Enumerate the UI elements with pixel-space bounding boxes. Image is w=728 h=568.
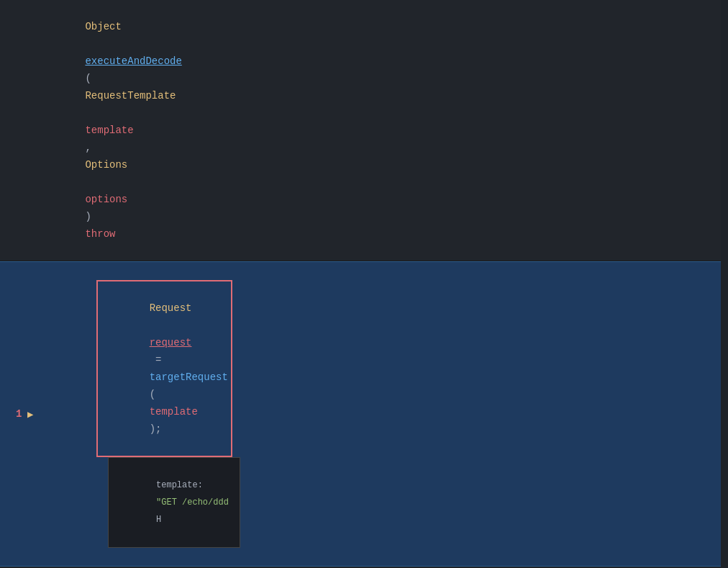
- red-highlight-box-1: Request request = targetRequest ( templa…: [96, 280, 232, 457]
- targetRequest-fn: targetRequest: [150, 371, 228, 383]
- breakpoint-badge-1: 1: [16, 408, 22, 420]
- space3: [85, 176, 91, 188]
- throws-keyword: throw: [85, 228, 115, 240]
- space2: [85, 107, 91, 119]
- space1: [85, 38, 91, 50]
- param-name-2: options: [85, 194, 127, 205]
- comma1: ,: [85, 142, 97, 153]
- param-name-1: template: [85, 125, 133, 136]
- paren1: (: [85, 73, 91, 84]
- gutter-header: [0, 0, 43, 261]
- gutter-1: 1 ▶: [0, 262, 43, 566]
- param-type-2: Options: [85, 159, 127, 171]
- code-editor: Object executeAndDecode ( RequestTemplat…: [0, 0, 728, 568]
- param-type-1: RequestTemplate: [85, 90, 176, 102]
- line-content-1: Request request = targetRequest ( templa…: [43, 262, 728, 566]
- method-name: executeAndDecode: [85, 55, 181, 67]
- request-type: Request: [150, 302, 192, 314]
- line-content-header: Object executeAndDecode ( RequestTemplat…: [43, 0, 728, 261]
- request-var: request: [150, 337, 192, 348]
- line1-tooltip: template: "GET /echo/ddd H: [108, 457, 240, 548]
- code-line-1: 1 ▶ Request request = targetRequest ( te…: [0, 261, 728, 567]
- debug-arrow-1: ▶: [27, 408, 33, 420]
- return-type: Object: [85, 21, 121, 32]
- paren2: ): [85, 211, 97, 222]
- template-arg: template: [150, 406, 198, 418]
- scrollbar[interactable]: [721, 0, 728, 568]
- code-line-header: Object executeAndDecode ( RequestTemplat…: [0, 0, 728, 261]
